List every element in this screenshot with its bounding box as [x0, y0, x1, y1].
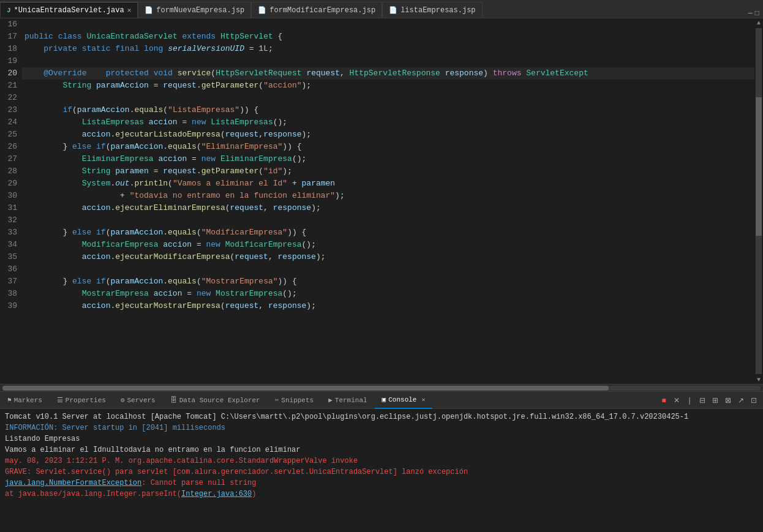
code-line-24: ListaEmpresas accion = new ListaEmpresas… [22, 116, 754, 129]
tab-servers[interactable]: ⚙ Servers [113, 392, 163, 409]
tab-snippets[interactable]: ✂ Snippets [268, 392, 321, 409]
tab-listaempresas[interactable]: 📄 listaEmpresas.jsp [382, 2, 482, 18]
markers-label: Markers [14, 397, 42, 404]
scroll-thumb[interactable] [756, 97, 762, 236]
console-actions: ■ ✕ | ⊟ ⊞ ⊠ ↗ ⊡ [658, 395, 763, 406]
h-scrollbar-track[interactable] [2, 386, 761, 391]
line-numbers: 16 17 18 19 ▶ 20 21 22 23 24 25 26 27 28… [0, 18, 22, 384]
servers-icon: ⚙ [121, 396, 125, 404]
integer-link[interactable]: Integer.java:630 [181, 490, 252, 498]
linenum-39: 39 [0, 300, 17, 312]
tab-properties[interactable]: ☰ Properties [50, 392, 113, 409]
properties-icon: ☰ [57, 396, 63, 404]
linenum-38: 38 [0, 288, 17, 300]
maximize-icon[interactable]: □ [755, 9, 759, 18]
action8-button[interactable]: ⊡ [748, 395, 759, 406]
code-line-23: if(paramAccion.equals("ListaEmpresas")) … [22, 104, 754, 116]
editor-area: 16 17 18 19 ▶ 20 21 22 23 24 25 26 27 28… [0, 18, 763, 384]
linenum-35: 35 [0, 251, 17, 263]
action3-button[interactable]: | [684, 395, 695, 406]
code-line-26: } else if(paramAccion.equals("EliminarEm… [22, 141, 754, 153]
tab-label-4: listaEmpresas.jsp [400, 6, 475, 15]
code-line-19 [22, 55, 754, 67]
linenum-16: 16 [0, 18, 17, 31]
numberformat-link[interactable]: java.lang.NumberFormatException [5, 479, 141, 487]
tab-controls: — □ [748, 9, 763, 18]
bottom-panel: ⚑ Markers ☰ Properties ⚙ Servers 🗄 Data … [0, 391, 763, 532]
linenum-37: 37 [0, 275, 17, 288]
console-line-7: java.lang.NumberFormatException: Cannot … [5, 478, 758, 489]
console-line-6: GRAVE: Servlet.service() para servlet [c… [5, 466, 758, 478]
tab-label-2: formNuevaEmpresa.jsp [156, 6, 244, 15]
action5-button[interactable]: ⊞ [710, 395, 721, 406]
v-scrollbar[interactable]: ▲ ▼ [754, 18, 763, 384]
tab-markers[interactable]: ⚑ Markers [0, 392, 50, 409]
code-content[interactable]: public class UnicaEntradaServlet extends… [22, 18, 754, 384]
terminal-label: Terminal [335, 397, 367, 404]
linenum-22: 22 [0, 92, 17, 104]
action4-button[interactable]: ⊟ [697, 395, 708, 406]
console-close[interactable]: ✕ [421, 396, 425, 403]
scroll-up-button[interactable]: ▲ [754, 18, 763, 27]
linenum-27: 27 [0, 153, 17, 165]
console-line-8: at java.base/java.lang.Integer.parseInt(… [5, 489, 758, 500]
scroll-track[interactable] [756, 28, 762, 374]
h-scrollbar[interactable] [0, 384, 763, 391]
scroll-down-button[interactable]: ▼ [754, 375, 763, 384]
code-line-28: String paramen = request.getParameter("i… [22, 165, 754, 178]
clear-button[interactable]: ✕ [671, 395, 682, 406]
linenum-33: 33 [0, 227, 17, 239]
code-line-32 [22, 214, 754, 227]
tab-console[interactable]: ▣ Console ✕ [375, 392, 433, 409]
servers-label: Servers [127, 397, 155, 404]
linenum-26: 26 [0, 141, 17, 153]
code-line-37: } else if(paramAccion.equals("MostrarEmp… [22, 275, 754, 288]
code-line-27: EliminarEmpresa accion = new EliminarEmp… [22, 153, 754, 165]
tab-close-unicaentrada[interactable]: ✕ [127, 6, 132, 14]
console-line-2: INFORMACIÓN: Server startup in [2041] mi… [5, 422, 758, 433]
linenum-30: 30 [0, 190, 17, 202]
snippets-label: Snippets [281, 397, 314, 404]
linenum-21: 21 [0, 80, 17, 92]
linenum-34: 34 [0, 239, 17, 251]
tab-icon: J [7, 7, 11, 14]
code-line-31: accion.ejecutarEliminarEmpresa(request, … [22, 202, 754, 214]
linenum-24: 24 [0, 116, 17, 129]
h-scrollbar-thumb[interactable] [2, 386, 609, 391]
snippets-icon: ✂ [275, 396, 279, 404]
console-line-1: Tomcat v10.1 Server at localhost [Apache… [5, 411, 758, 422]
code-line-29: System.out.println("Vamos a eliminar el … [22, 178, 754, 190]
linenum-17: 17 [0, 31, 17, 43]
action6-button[interactable]: ⊠ [723, 395, 734, 406]
linenum-18: 18 [0, 43, 17, 55]
code-line-39: accion.ejecutarMostrarEmpresa(request, r… [22, 300, 754, 312]
stop-button[interactable]: ■ [658, 395, 669, 406]
tab-unicaentrada[interactable]: J *UnicaEntradaServlet.java ✕ [0, 2, 138, 18]
properties-label: Properties [66, 397, 106, 404]
code-line-20: @Override protected void service(HttpSer… [22, 67, 754, 80]
tab-datasource[interactable]: 🗄 Data Source Explorer [163, 392, 268, 409]
code-line-33: } else if(paramAccion.equals("ModificarE… [22, 227, 754, 239]
console-icon: ▣ [382, 395, 386, 403]
bottom-tabs-bar: ⚑ Markers ☰ Properties ⚙ Servers 🗄 Data … [0, 392, 763, 409]
console-line-5: may. 08, 2023 1:12:21 P. M. org.apache.c… [5, 455, 758, 466]
linenum-25: 25 [0, 129, 17, 141]
tab-label: *UnicaEntradaServlet.java [14, 6, 124, 15]
code-line-38: MostrarEmpresa accion = new MostrarEmpre… [22, 288, 754, 300]
markers-icon: ⚑ [7, 396, 12, 404]
code-line-35: accion.ejecutarModificarEmpresa(request,… [22, 251, 754, 263]
tab-icon-4: 📄 [389, 6, 397, 14]
minimize-icon[interactable]: — [748, 9, 753, 18]
console-line-4: Vamos a eliminar el Idnulltodavia no ent… [5, 444, 758, 455]
tab-terminal[interactable]: ▶ Terminal [321, 392, 374, 409]
action7-button[interactable]: ↗ [735, 395, 746, 406]
tab-bar: J *UnicaEntradaServlet.java ✕ 📄 formNuev… [0, 0, 763, 18]
linenum-20: ▶ 20 [0, 67, 17, 80]
linenum-29: 29 [0, 178, 17, 190]
tab-formmodificarempresa[interactable]: 📄 formModificarEmpresa.jsp [251, 2, 382, 18]
tab-formnuevaempresa[interactable]: 📄 formNuevaEmpresa.jsp [138, 2, 251, 18]
linenum-32: 32 [0, 214, 17, 227]
console-line-3: Listando Empresas [5, 433, 758, 444]
datasource-label: Data Source Explorer [179, 397, 260, 404]
code-line-17: public class UnicaEntradaServlet extends… [22, 31, 754, 43]
